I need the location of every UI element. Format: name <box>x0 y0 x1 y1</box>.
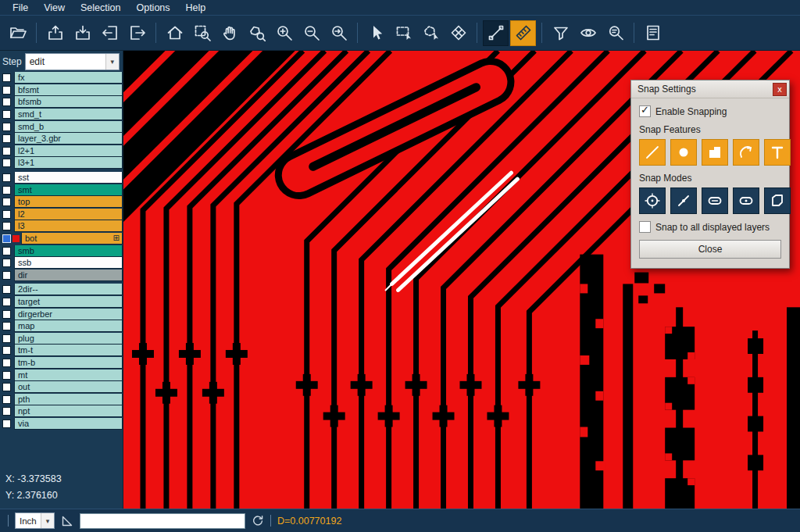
zoom-previous-button[interactable] <box>326 20 352 46</box>
unit-select[interactable]: Inch ▾ <box>15 512 55 529</box>
layer-row[interactable]: target <box>0 296 123 309</box>
dialog-titlebar[interactable]: Snap Settings x <box>631 80 789 98</box>
layer-color-bar[interactable]: smb <box>14 245 123 257</box>
layer-color-bar[interactable]: smt <box>14 184 123 196</box>
layer-color-bar[interactable]: l3 <box>14 220 123 232</box>
layer-row[interactable]: tm-b <box>0 357 123 370</box>
layer-color-bar[interactable]: bot ⊞ <box>21 233 123 245</box>
layer-visibility-checkbox[interactable] <box>2 359 11 367</box>
menu-item[interactable]: View <box>36 0 73 15</box>
pan-button[interactable] <box>216 20 242 46</box>
layer-visibility-checkbox[interactable] <box>2 173 11 182</box>
layer-visibility-checkbox[interactable] <box>2 285 11 294</box>
layer-visibility-checkbox[interactable] <box>2 198 11 206</box>
layer-visibility-checkbox[interactable] <box>2 110 11 119</box>
snap-point-button[interactable] <box>670 187 697 214</box>
select-rectangle-button[interactable] <box>391 20 416 46</box>
layer-row[interactable]: ssb <box>0 257 123 270</box>
snap-pad-button[interactable] <box>670 139 697 166</box>
snap-arc-button[interactable] <box>733 139 759 166</box>
layer-color-bar[interactable]: out <box>14 381 123 393</box>
layer-color-bar[interactable]: smd_t <box>14 109 123 120</box>
snap-line-button[interactable] <box>639 139 666 166</box>
layer-row[interactable]: out <box>0 381 123 394</box>
layer-visibility-checkbox[interactable] <box>2 271 11 280</box>
layer-visibility-checkbox[interactable] <box>2 407 11 416</box>
layer-visibility-checkbox[interactable] <box>2 123 11 131</box>
command-input[interactable] <box>80 513 245 529</box>
layer-row[interactable]: tm-t <box>0 345 123 357</box>
menu-item[interactable]: Options <box>128 0 177 15</box>
layer-visibility-checkbox[interactable] <box>2 334 11 343</box>
layer-row[interactable]: dir <box>0 270 123 282</box>
layer-visibility-checkbox[interactable] <box>2 259 11 267</box>
layer-visibility-checkbox[interactable] <box>2 210 11 219</box>
layer-row[interactable]: bfsmt <box>0 84 123 97</box>
chevron-down-icon[interactable]: ▾ <box>41 513 54 528</box>
layer-visibility-checkbox[interactable] <box>2 222 11 230</box>
layer-row[interactable]: smd_b <box>0 120 123 133</box>
snap-contour-button[interactable] <box>764 187 791 214</box>
layer-visibility-checkbox[interactable] <box>2 298 11 306</box>
menu-item[interactable]: Selection <box>73 0 128 15</box>
layer-color-bar[interactable]: layer_3.gbr <box>14 133 123 145</box>
layer-row[interactable]: npt <box>0 405 123 418</box>
layer-visibility-checkbox[interactable] <box>2 147 11 155</box>
layer-row[interactable]: l3 <box>0 220 123 233</box>
layer-color-bar[interactable]: bfsmb <box>14 96 123 108</box>
layer-row[interactable]: mt <box>0 369 123 381</box>
layer-row[interactable]: smb <box>0 245 123 257</box>
layer-color-bar[interactable]: dir <box>14 270 123 281</box>
filter-button[interactable] <box>548 20 573 46</box>
layer-visibility-checkbox[interactable] <box>2 86 11 95</box>
snap-all-layers-checkbox[interactable] <box>639 221 651 233</box>
snap-slot-end-button[interactable] <box>733 187 759 214</box>
chevron-down-icon[interactable]: ▾ <box>105 54 119 70</box>
menu-item[interactable]: Help <box>178 0 214 15</box>
layer-color-bar[interactable]: fx <box>14 72 123 84</box>
zoom-polygon-button[interactable] <box>244 20 270 46</box>
zoom-in-button[interactable] <box>271 20 297 46</box>
zoom-window-button[interactable] <box>189 20 215 46</box>
layer-color-bar[interactable]: l2 <box>14 209 123 220</box>
open-file-button[interactable] <box>5 20 30 46</box>
measure-ruler-button[interactable] <box>510 20 536 46</box>
step-select[interactable]: edit ▾ <box>25 53 120 70</box>
import-down-button[interactable] <box>70 20 95 46</box>
export-right-button[interactable] <box>124 20 150 46</box>
pcb-canvas[interactable]: Snap Settings x Enable Snapping Snap Fea… <box>123 51 800 509</box>
menu-item[interactable]: File <box>5 0 36 15</box>
layer-row[interactable]: layer_3.gbr <box>0 133 123 145</box>
layer-visibility-checkbox[interactable] <box>2 159 11 167</box>
import-left-button[interactable] <box>97 20 123 46</box>
layer-row[interactable]: pth <box>0 393 123 405</box>
layer-color-bar[interactable]: dirgerber <box>14 309 123 320</box>
layer-visibility-checkbox[interactable] <box>2 247 11 255</box>
layer-row[interactable]: sst <box>0 172 123 184</box>
find-button[interactable] <box>602 20 628 46</box>
home-view-button[interactable] <box>162 20 188 46</box>
export-up-button[interactable] <box>42 20 68 46</box>
layer-visibility-checkbox[interactable] <box>2 73 11 82</box>
layer-row[interactable]: smt <box>0 184 123 196</box>
layer-row[interactable]: map <box>0 320 123 333</box>
snap-surface-button[interactable] <box>702 139 728 166</box>
layer-color-bar[interactable]: smd_b <box>14 121 123 133</box>
layer-color-bar[interactable]: plug <box>14 333 123 345</box>
layer-visibility-checkbox[interactable] <box>2 322 11 330</box>
layer-row[interactable]: fx <box>0 72 123 84</box>
layer-visibility-checkbox[interactable] <box>2 234 11 243</box>
layer-color-bar[interactable]: map <box>14 320 123 332</box>
layer-visibility-checkbox[interactable] <box>2 346 11 355</box>
enable-snapping-checkbox[interactable] <box>639 105 651 117</box>
layer-row[interactable]: plug <box>0 332 123 345</box>
layer-color-bar[interactable]: top <box>14 196 123 208</box>
layer-row[interactable]: smd_t <box>0 109 123 121</box>
layer-visibility-checkbox[interactable] <box>2 186 11 195</box>
layer-row[interactable]: top <box>0 196 123 209</box>
draw-line-button[interactable] <box>483 20 509 46</box>
layer-color-bar[interactable]: l3+1 <box>14 157 123 169</box>
layer-row[interactable]: l3+1 <box>0 157 123 170</box>
close-button[interactable]: Close <box>639 240 781 259</box>
select-button[interactable] <box>363 20 389 46</box>
